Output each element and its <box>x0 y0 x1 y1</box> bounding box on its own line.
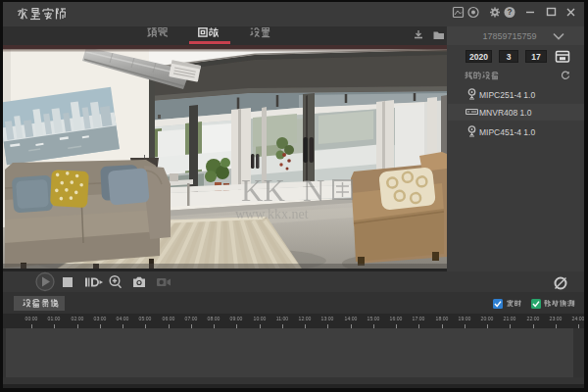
svg-text:KK: KK <box>241 173 285 208</box>
svg-text:N: N <box>303 173 324 208</box>
svg-text:www.kkx.net: www.kkx.net <box>235 207 309 221</box>
svg-text:?: ? <box>507 7 512 17</box>
